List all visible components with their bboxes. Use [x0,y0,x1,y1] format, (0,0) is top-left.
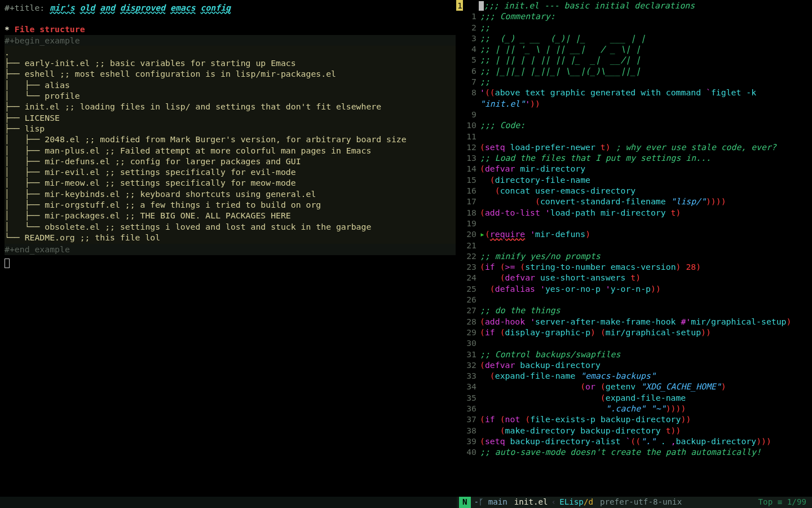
vcs-branch: -ᚴ main [471,497,511,507]
left-buffer-readme[interactable]: #+title: mir's old and disproved emacs c… [0,0,457,508]
modeline-right-active: N -ᚴ main init.el ‹ ELisp/d prefer-utf-8… [457,497,812,508]
point-cursor [479,1,484,11]
org-heading-file-structure: * File structure [5,24,456,34]
right-buffer-init-el[interactable]: 1;;; init.el --- basic initial declarati… [457,0,812,508]
modeline-left-inactive [0,497,457,508]
evil-state-indicator: N [459,497,471,507]
current-line-indicator: 1 [456,0,463,11]
code-area[interactable]: 1;;; init.el --- basic initial declarati… [457,0,812,457]
buffer-name: init.el [511,497,551,507]
org-begin-example: #+begin_example [5,35,456,46]
left-cursor [5,259,10,268]
org-end-example: #+end_example [5,244,456,255]
org-title-line: #+title: mir's old and disproved emacs c… [5,2,456,13]
major-mode: ELisp [559,497,584,506]
modeline-bar: N -ᚴ main init.el ‹ ELisp/d prefer-utf-8… [0,497,812,508]
file-tree-block: . ├── early-init.el ;; basic variables f… [5,46,456,244]
buffer-position: Top ≡ 1/99 [755,497,810,507]
file-encoding: prefer-utf-8-unix [597,497,685,507]
